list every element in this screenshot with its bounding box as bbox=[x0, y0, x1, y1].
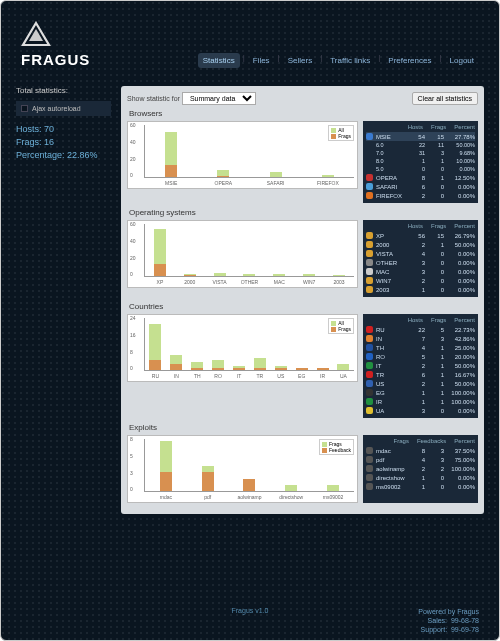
row-icon bbox=[366, 277, 373, 284]
app-name: FRAGUS bbox=[21, 51, 90, 68]
row-icon bbox=[366, 344, 373, 351]
bar-IN: IN bbox=[166, 355, 186, 370]
table-row[interactable]: US2150.00% bbox=[366, 379, 475, 388]
table-row[interactable]: IT2150.00% bbox=[366, 361, 475, 370]
row-icon bbox=[366, 174, 373, 181]
bar-aolwinamp: aolwinamp bbox=[239, 479, 259, 492]
table-row[interactable]: mdac8337.50% bbox=[366, 446, 475, 455]
chart-legend: FragsFeedback bbox=[319, 439, 354, 455]
table-row[interactable]: 8.01110.00% bbox=[366, 157, 475, 165]
table-row[interactable]: UA300.00% bbox=[366, 406, 475, 415]
row-icon bbox=[366, 133, 373, 140]
section-title: Countries bbox=[129, 302, 478, 311]
bar-UA: UA bbox=[333, 364, 353, 370]
table-row[interactable]: directshow100.00% bbox=[366, 473, 475, 482]
browsers-chart: 0204060MSIEOPERASAFARIFIREFOXAllFrags bbox=[127, 121, 358, 189]
table-row[interactable]: 5.0000.00% bbox=[366, 165, 475, 173]
row-icon bbox=[366, 326, 373, 333]
chart-legend: AllFrags bbox=[328, 125, 354, 141]
bar-MAC: MAC bbox=[269, 274, 289, 277]
nav-preferences[interactable]: Preferences bbox=[383, 53, 436, 68]
table-row[interactable]: 2003100.00% bbox=[366, 285, 475, 294]
bar-IT: IT bbox=[229, 366, 249, 370]
logo-icon bbox=[21, 21, 51, 47]
table-row[interactable]: aolwinamp22100.00% bbox=[366, 464, 475, 473]
table-row[interactable]: OPERA8112.50% bbox=[366, 173, 475, 182]
stat-percentage: Percentage: 22.86% bbox=[16, 150, 111, 160]
os-table: HostsFragsPercentXP561526.79%20002150.00… bbox=[363, 220, 478, 297]
sidebar: Total statistics: Ajax autoreload Hosts:… bbox=[16, 86, 111, 514]
bar-SAFARI: SAFARI bbox=[266, 172, 286, 177]
table-row[interactable]: TR6116.67% bbox=[366, 370, 475, 379]
row-icon bbox=[366, 268, 373, 275]
section-title: Browsers bbox=[129, 109, 478, 118]
filter-label: Show statistic for Summary data bbox=[127, 92, 256, 105]
browsers-table: HostsFragsPercentMSIE541527.78%6.0221150… bbox=[363, 121, 478, 203]
nav-statistics[interactable]: Statistics bbox=[198, 53, 240, 68]
table-row[interactable]: 6.0221150.00% bbox=[366, 141, 475, 149]
table-row[interactable]: SAFARI600.00% bbox=[366, 182, 475, 191]
bar-2003: 2003 bbox=[329, 275, 349, 276]
table-row[interactable]: VISTA400.00% bbox=[366, 249, 475, 258]
nav-traffic-links[interactable]: Traffic links bbox=[325, 53, 375, 68]
table-row[interactable]: EG11100.00% bbox=[366, 388, 475, 397]
nav-logout[interactable]: Logout bbox=[445, 53, 479, 68]
bar-EG: EG bbox=[292, 368, 312, 370]
nav-sellers[interactable]: Sellers bbox=[283, 53, 317, 68]
table-row[interactable]: MSIE541527.78% bbox=[366, 132, 475, 141]
bar-IR: IR bbox=[313, 368, 333, 370]
row-icon bbox=[366, 407, 373, 414]
bar-2000: 2000 bbox=[180, 274, 200, 276]
row-icon bbox=[366, 371, 373, 378]
content-panel: Show statistic for Summary data Clear al… bbox=[121, 86, 484, 514]
row-icon bbox=[366, 241, 373, 248]
bar-TH: TH bbox=[187, 362, 207, 370]
table-row[interactable]: TH4125.00% bbox=[366, 343, 475, 352]
table-row[interactable]: 7.03139.68% bbox=[366, 149, 475, 157]
table-row[interactable]: FIREFOX200.00% bbox=[366, 191, 475, 200]
table-row[interactable]: OTHER300.00% bbox=[366, 258, 475, 267]
filter-select[interactable]: Summary data bbox=[182, 92, 256, 105]
row-icon bbox=[366, 389, 373, 396]
nav-files[interactable]: Files bbox=[248, 53, 275, 68]
table-row[interactable]: IR11100.00% bbox=[366, 397, 475, 406]
row-icon bbox=[366, 250, 373, 257]
bar-FIREFOX: FIREFOX bbox=[318, 175, 338, 177]
table-row[interactable]: WIN7200.00% bbox=[366, 276, 475, 285]
bar-VISTA: VISTA bbox=[210, 273, 230, 276]
table-row[interactable]: 20002150.00% bbox=[366, 240, 475, 249]
table-row[interactable]: pdf4375.00% bbox=[366, 455, 475, 464]
row-icon bbox=[366, 286, 373, 293]
table-row[interactable]: RU22522.73% bbox=[366, 325, 475, 334]
countries-table: HostsFragsPercentRU22522.73%IN7342.86%TH… bbox=[363, 314, 478, 418]
table-row[interactable]: RO5120.00% bbox=[366, 352, 475, 361]
row-icon bbox=[366, 483, 373, 490]
row-icon bbox=[366, 465, 373, 472]
table-row[interactable]: MAC300.00% bbox=[366, 267, 475, 276]
logo: FRAGUS bbox=[21, 21, 90, 68]
row-icon bbox=[366, 474, 373, 481]
checkbox-icon bbox=[21, 105, 28, 112]
bar-TR: TR bbox=[250, 358, 270, 370]
bar-XP: XP bbox=[150, 229, 170, 276]
nav-bar: Statistics|Files|Sellers|Traffic links|P… bbox=[198, 53, 479, 68]
bar-directshow: directshow bbox=[281, 485, 301, 491]
row-icon bbox=[366, 456, 373, 463]
bar-RU: RU bbox=[145, 324, 165, 370]
table-row[interactable]: IN7342.86% bbox=[366, 334, 475, 343]
row-icon bbox=[366, 335, 373, 342]
table-row[interactable]: ms09002100.00% bbox=[366, 482, 475, 491]
chart-legend: AllFrags bbox=[328, 318, 354, 334]
table-row[interactable]: XP561526.79% bbox=[366, 231, 475, 240]
bar-ms09002: ms09002 bbox=[323, 485, 343, 491]
bar-WIN7: WIN7 bbox=[299, 274, 319, 276]
os-chart: 0204060XP2000VISTAOTHERMACWIN72003 bbox=[127, 220, 358, 288]
row-icon bbox=[366, 232, 373, 239]
autoreload-toggle[interactable]: Ajax autoreload bbox=[16, 101, 111, 116]
sidebar-title: Total statistics: bbox=[16, 86, 111, 95]
bar-RO: RO bbox=[208, 360, 228, 370]
clear-stats-button[interactable]: Clear all statistics bbox=[412, 92, 478, 105]
row-icon bbox=[366, 380, 373, 387]
row-icon bbox=[366, 183, 373, 190]
row-icon bbox=[366, 259, 373, 266]
